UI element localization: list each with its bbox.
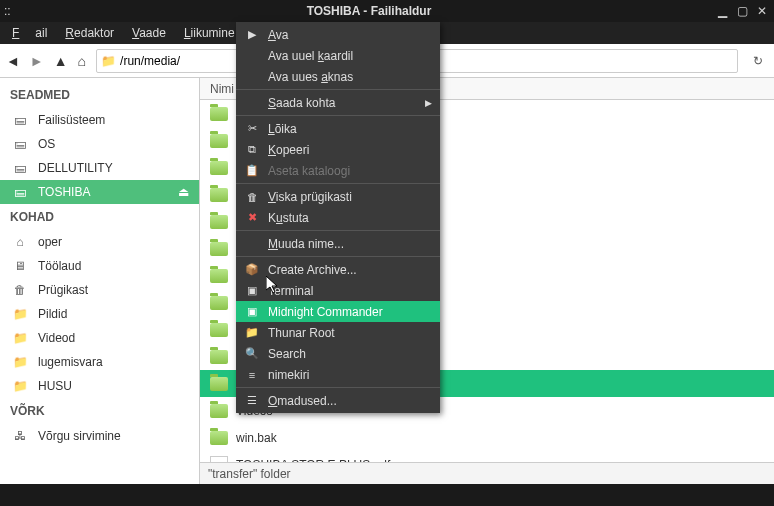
delete-icon: ✖ xyxy=(244,210,260,226)
ctx-paste: 📋Aseta kataloogi xyxy=(236,160,440,181)
ctx-open-tab[interactable]: Ava uuel kaardil xyxy=(236,45,440,66)
minimize-button[interactable]: ▁ xyxy=(714,3,730,19)
terminal-icon: ▣ xyxy=(244,304,260,320)
folder-icon: 📁 xyxy=(10,306,30,322)
folder-icon: 📁 xyxy=(244,325,260,341)
menu-file[interactable]: Fail xyxy=(4,24,55,42)
ctx-copy[interactable]: ⧉Kopeeri xyxy=(236,139,440,160)
eject-icon[interactable]: ⏏ xyxy=(178,185,189,199)
file-name: win.bak xyxy=(236,431,277,445)
ctx-trash[interactable]: 🗑Viska prügikasti xyxy=(236,186,440,207)
context-menu: ▶Ava Ava uuel kaardil Ava uues aknas Saa… xyxy=(236,22,440,413)
close-button[interactable]: ✕ xyxy=(754,3,770,19)
ctx-midnight-commander[interactable]: ▣Midnight Commander xyxy=(236,301,440,322)
network-header: VÕRK xyxy=(0,398,199,424)
ctx-properties[interactable]: ☰Omadused... xyxy=(236,390,440,411)
separator xyxy=(236,89,440,90)
status-bar: "transfer" folder xyxy=(200,462,774,484)
folder-icon xyxy=(210,161,228,175)
sidebar-item-trash[interactable]: 🗑Prügikast xyxy=(0,278,199,302)
path-text: /run/media/ xyxy=(120,54,180,68)
drive-icon: 🖴 xyxy=(10,136,30,152)
folder-icon xyxy=(210,323,228,337)
home-icon: ⌂ xyxy=(10,234,30,250)
menu-go[interactable]: Liikumine xyxy=(176,24,243,42)
sidebar-item-husu[interactable]: 📁HUSU xyxy=(0,374,199,398)
sidebar-item-network[interactable]: 🖧Võrgu sirvimine xyxy=(0,424,199,448)
ctx-archive[interactable]: 📦Create Archive... xyxy=(236,259,440,280)
folder-icon xyxy=(210,134,228,148)
copy-icon: ⧉ xyxy=(244,142,260,158)
ctx-open-window[interactable]: Ava uues aknas xyxy=(236,66,440,87)
folder-icon: 📁 xyxy=(10,354,30,370)
maximize-button[interactable]: ▢ xyxy=(734,3,750,19)
folder-icon xyxy=(210,377,228,391)
folder-icon xyxy=(210,188,228,202)
folder-icon xyxy=(210,215,228,229)
cut-icon: ✂ xyxy=(244,121,260,137)
drive-icon: 🖴 xyxy=(10,160,30,176)
menu-view[interactable]: Vaade xyxy=(124,24,174,42)
separator xyxy=(236,230,440,231)
drive-icon: 🖴 xyxy=(10,184,30,200)
folder-icon xyxy=(210,350,228,364)
ctx-cut[interactable]: ✂Lõika xyxy=(236,118,440,139)
folder-icon xyxy=(210,269,228,283)
back-button[interactable]: ◄ xyxy=(6,53,20,69)
trash-icon: 🗑 xyxy=(10,282,30,298)
properties-icon: ☰ xyxy=(244,393,260,409)
separator xyxy=(236,256,440,257)
archive-icon: 📦 xyxy=(244,262,260,278)
sidebar-item-desktop[interactable]: 🖥Töölaud xyxy=(0,254,199,278)
ctx-thunar-root[interactable]: 📁Thunar Root xyxy=(236,322,440,343)
separator xyxy=(236,387,440,388)
open-icon: ▶ xyxy=(244,27,260,43)
network-icon: 🖧 xyxy=(10,428,30,444)
list-icon: ≡ xyxy=(244,367,260,383)
ctx-rename[interactable]: Muuda nime... xyxy=(236,233,440,254)
sidebar-item-videos[interactable]: 📁Videod xyxy=(0,326,199,350)
menu-editor[interactable]: Redaktor xyxy=(57,24,122,42)
file-row[interactable]: win.bak xyxy=(200,424,774,451)
file-row[interactable]: TOSHIBA STOR.E PLUS.pdf xyxy=(200,451,774,462)
sidebar-item-dellutility[interactable]: 🖴DELLUTILITY xyxy=(0,156,199,180)
sidebar-item-filesystem[interactable]: 🖴Failisüsteem xyxy=(0,108,199,132)
folder-icon xyxy=(210,404,228,418)
sidebar-item-oper[interactable]: ⌂oper xyxy=(0,230,199,254)
drive-icon: 🖴 xyxy=(10,112,30,128)
up-button[interactable]: ▲ xyxy=(54,53,68,69)
sidebar-item-pictures[interactable]: 📁Pildid xyxy=(0,302,199,326)
sidebar: SEADMED 🖴Failisüsteem 🖴OS 🖴DELLUTILITY 🖴… xyxy=(0,78,200,484)
ctx-nimekiri[interactable]: ≡nimekiri xyxy=(236,364,440,385)
folder-icon: 📁 xyxy=(10,330,30,346)
desktop-icon: 🖥 xyxy=(10,258,30,274)
folder-icon: 📁 xyxy=(101,54,116,68)
search-icon: 🔍 xyxy=(244,346,260,362)
reload-button[interactable]: ↻ xyxy=(748,51,768,71)
window-title: TOSHIBA - Failihaldur xyxy=(24,4,714,18)
trash-icon: 🗑 xyxy=(244,189,260,205)
folder-icon xyxy=(210,296,228,310)
folder-icon xyxy=(210,107,228,121)
ctx-search[interactable]: 🔍Search xyxy=(236,343,440,364)
separator xyxy=(236,115,440,116)
pdf-icon xyxy=(210,456,228,463)
titlebar: :: TOSHIBA - Failihaldur ▁ ▢ ✕ xyxy=(0,0,774,22)
submenu-arrow-icon: ▶ xyxy=(425,98,432,108)
terminal-icon: ▣ xyxy=(244,283,260,299)
sidebar-item-lugemisvara[interactable]: 📁lugemisvara xyxy=(0,350,199,374)
ctx-open[interactable]: ▶Ava xyxy=(236,24,440,45)
separator xyxy=(236,183,440,184)
forward-button[interactable]: ► xyxy=(30,53,44,69)
folder-icon: 📁 xyxy=(10,378,30,394)
places-header: KOHAD xyxy=(0,204,199,230)
sidebar-item-os[interactable]: 🖴OS xyxy=(0,132,199,156)
ctx-send-to[interactable]: Saada kohta▶ xyxy=(236,92,440,113)
paste-icon: 📋 xyxy=(244,163,260,179)
home-button[interactable]: ⌂ xyxy=(78,53,86,69)
ctx-delete[interactable]: ✖Kustuta xyxy=(236,207,440,228)
devices-header: SEADMED xyxy=(0,82,199,108)
ctx-terminal[interactable]: ▣Terminal xyxy=(236,280,440,301)
sidebar-item-toshiba[interactable]: 🖴TOSHIBA⏏ xyxy=(0,180,199,204)
window-menu-icon[interactable]: :: xyxy=(4,4,24,18)
